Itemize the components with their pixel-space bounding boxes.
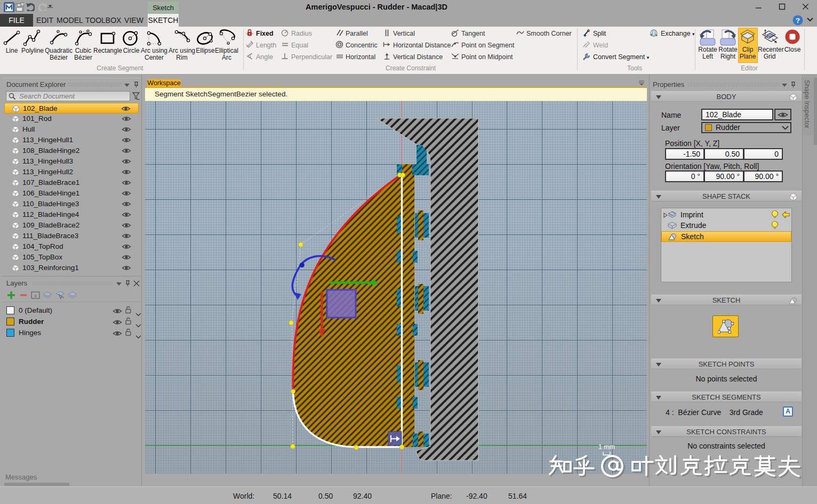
- svg-text:x: x: [34, 293, 37, 298]
- svg-text:?: ?: [796, 17, 800, 25]
- svg-text:1 mm: 1 mm: [598, 443, 615, 451]
